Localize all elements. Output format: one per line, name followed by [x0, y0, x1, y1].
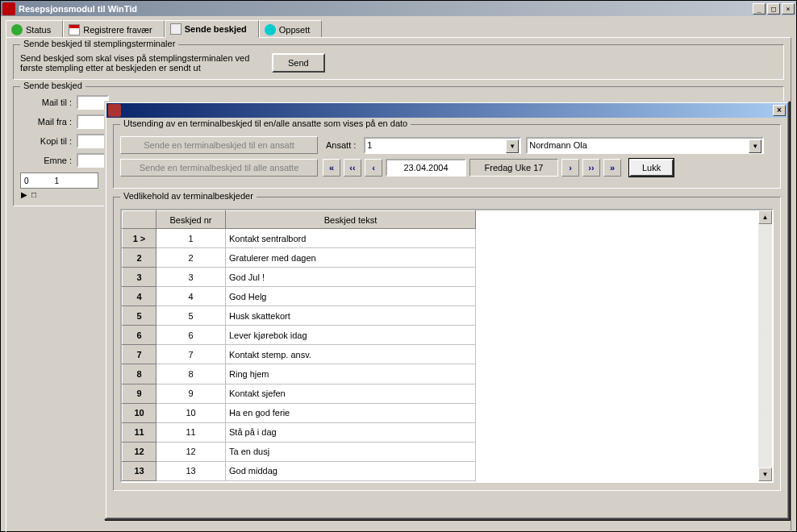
cell-nr[interactable]: 1 — [156, 229, 226, 248]
cell-text[interactable]: God middag — [226, 461, 476, 480]
table-row[interactable]: 1010Ha en god ferie — [123, 403, 476, 422]
nav-next-fast-button[interactable]: ›› — [582, 159, 600, 177]
row-header[interactable]: 4 — [123, 287, 156, 306]
tab-strip: Status Registrere fravær Sende beskjed O… — [6, 19, 791, 37]
cell-nr[interactable]: 9 — [156, 384, 226, 403]
table-row[interactable]: 1212Ta en dusj — [123, 442, 476, 461]
scroll-up-icon[interactable]: ▲ — [758, 210, 772, 224]
cell-nr[interactable]: 7 — [156, 345, 226, 364]
table-row[interactable]: 99Kontakt sjefen — [123, 384, 476, 403]
nav-prev-button[interactable]: ‹ — [365, 159, 382, 177]
cell-text[interactable]: God Jul ! — [226, 268, 476, 287]
row-header[interactable]: 7 — [123, 345, 156, 364]
nav-next-button[interactable]: › — [561, 159, 579, 177]
table-row[interactable]: 22Gratulerer med dagen — [123, 248, 476, 268]
cell-text[interactable]: Stå på i dag — [226, 422, 476, 442]
table-row[interactable]: 44God Helg — [123, 287, 476, 306]
row-header[interactable]: 2 — [123, 248, 156, 268]
chevron-down-icon[interactable]: ▼ — [506, 139, 519, 153]
toolbar-icon[interactable]: ▶ — [20, 190, 28, 199]
cell-text[interactable]: Kontakt sjefen — [226, 384, 476, 403]
scroll-down-icon[interactable]: ▼ — [758, 468, 772, 481]
date-field[interactable]: 23.04.2004 — [386, 159, 466, 177]
row-header[interactable]: 5 — [123, 306, 156, 326]
cell-nr[interactable]: 2 — [156, 248, 226, 268]
send-button[interactable]: Send — [272, 53, 325, 73]
ansatt-name-combo[interactable]: Nordmann Ola ▼ — [526, 137, 764, 154]
row-header[interactable]: 13 — [123, 461, 156, 480]
close-button[interactable]: × — [782, 3, 795, 15]
tab-sende-beskjed[interactable]: Sende beskjed — [165, 20, 259, 38]
day-week-field: Fredag Uke 17 — [469, 159, 558, 177]
cell-text[interactable]: Kontakt stemp. ansv. — [226, 345, 476, 364]
cell-text[interactable]: God Helg — [226, 287, 476, 306]
table-corner[interactable] — [123, 211, 156, 229]
table-row[interactable]: 88Ring hjem — [123, 364, 476, 384]
dialog-close-button[interactable]: × — [773, 105, 786, 116]
cell-nr[interactable]: 11 — [156, 422, 226, 442]
cell-nr[interactable]: 5 — [156, 306, 226, 326]
table-row[interactable]: 66Lever kjørebok idag — [123, 326, 476, 345]
col-header-nr[interactable]: Beskjed nr — [156, 211, 226, 229]
cell-nr[interactable]: 12 — [156, 442, 226, 461]
dialog-titlebar: × — [106, 103, 787, 118]
group-legend: Utsending av en terminalbeskjed til en/a… — [120, 118, 411, 128]
cell-text[interactable]: Kontakt sentralbord — [226, 229, 476, 248]
ansatt-label: Ansatt : — [323, 140, 359, 150]
cell-nr[interactable]: 4 — [156, 287, 226, 306]
nav-last-button[interactable]: » — [603, 159, 621, 177]
send-all-button[interactable]: Sende en terminalbeskjed til alle ansatt… — [120, 159, 318, 177]
row-header[interactable]: 1 > — [123, 229, 156, 248]
vertical-scrollbar[interactable]: ▲ ▼ — [758, 210, 772, 481]
row-header[interactable]: 8 — [123, 364, 156, 384]
tab-status[interactable]: Status — [6, 20, 63, 38]
group-legend: Vedlikehold av terminalbeskjeder — [120, 191, 257, 201]
row-header[interactable]: 11 — [123, 422, 156, 442]
nav-prev-fast-button[interactable]: ‹‹ — [344, 159, 361, 177]
tab-label: Registrere fravær — [83, 25, 152, 35]
ansatt-id-combo[interactable]: 1 ▼ — [364, 137, 521, 154]
cell-text[interactable]: Lever kjørebok idag — [226, 326, 476, 345]
window-title: Resepsjonsmodul til WinTid — [19, 4, 753, 14]
chevron-down-icon[interactable]: ▼ — [749, 139, 762, 153]
cell-nr[interactable]: 6 — [156, 326, 226, 345]
row-header[interactable]: 12 — [123, 442, 156, 461]
lukk-button[interactable]: Lukk — [629, 159, 674, 177]
table-row[interactable]: 1111Stå på i dag — [123, 422, 476, 442]
row-header[interactable]: 9 — [123, 384, 156, 403]
cell-text[interactable]: Ta en dusj — [226, 442, 476, 461]
table-row[interactable]: 1313God middag — [123, 461, 476, 480]
cell-text[interactable]: Ha en god ferie — [226, 403, 476, 422]
nav-first-button[interactable]: « — [323, 159, 340, 177]
cell-nr[interactable]: 8 — [156, 364, 226, 384]
cell-text[interactable]: Ring hjem — [226, 364, 476, 384]
tab-oppsett[interactable]: Oppsett — [259, 20, 323, 38]
row-header[interactable]: 3 — [123, 268, 156, 287]
cell-text[interactable]: Husk skattekort — [226, 306, 476, 326]
titlebar: Resepsjonsmodul til WinTid _ □ × — [1, 1, 796, 16]
row-header[interactable]: 6 — [123, 326, 156, 345]
table-row[interactable]: 55Husk skattekort — [123, 306, 476, 326]
col-header-text[interactable]: Beskjed tekst — [226, 211, 476, 229]
ruler-tick: 0 — [24, 177, 29, 185]
cell-nr[interactable]: 3 — [156, 268, 226, 287]
tab-label: Sende beskjed — [185, 24, 247, 34]
cell-nr[interactable]: 10 — [156, 403, 226, 422]
minimize-button[interactable]: _ — [753, 3, 766, 15]
messages-table[interactable]: Beskjed nr Beskjed tekst 1 >1Kontakt sen… — [122, 210, 476, 481]
cell-text[interactable]: Gratulerer med dagen — [226, 248, 476, 268]
toolbar-icon[interactable]: □ — [30, 190, 38, 199]
table-row[interactable]: 33God Jul ! — [123, 268, 476, 287]
combo-value: Nordmann Ola — [529, 140, 587, 150]
dialog-icon — [108, 104, 121, 117]
cell-nr[interactable]: 13 — [156, 461, 226, 480]
tab-registrere[interactable]: Registrere fravær — [63, 20, 165, 38]
row-header[interactable]: 10 — [123, 403, 156, 422]
maximize-button[interactable]: □ — [767, 3, 780, 15]
label-mail-fra: Mail fra : — [20, 117, 77, 127]
scroll-track[interactable] — [758, 224, 772, 468]
send-one-button[interactable]: Sende en terminalbeskjed til en ansatt — [120, 136, 318, 154]
table-row[interactable]: 1 >1Kontakt sentralbord — [123, 229, 476, 248]
table-row[interactable]: 77Kontakt stemp. ansv. — [123, 345, 476, 364]
app-icon — [2, 2, 15, 15]
